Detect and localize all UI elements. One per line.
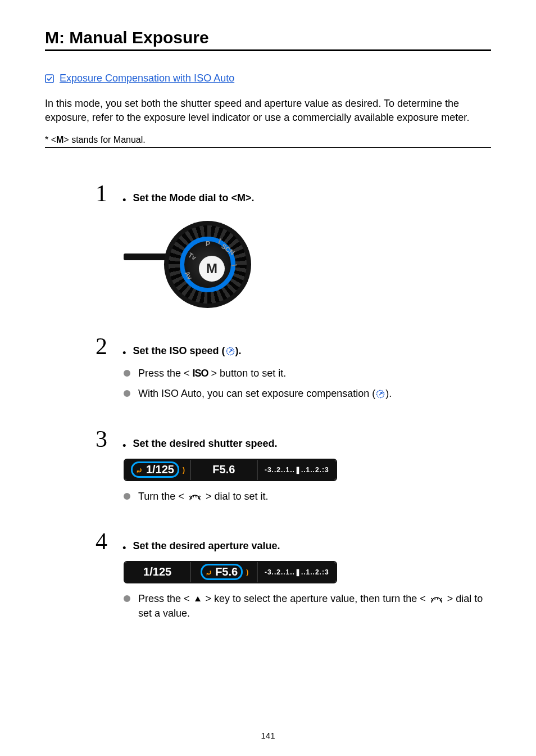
lcd-shutter-val: 1/125	[146, 463, 174, 476]
iso-icon: ISO	[193, 368, 208, 379]
s4b1-pre: Press the <	[138, 593, 193, 604]
up-key-icon	[194, 595, 202, 603]
exposure-comp-link[interactable]: Exposure Compensation with ISO Auto	[60, 73, 234, 84]
step-2-bullet-2: With ISO Auto, you can set exposure comp…	[124, 386, 491, 401]
s2b2-pre: With ISO Auto, you can set exposure comp…	[138, 388, 375, 399]
step-1-dot: .	[121, 182, 128, 205]
mode-dial-figure: M P SCN Av Tv	[124, 213, 253, 309]
page-title: M: Manual Exposure	[45, 28, 491, 51]
dial-tick-icon: )	[246, 568, 248, 576]
step-3-number: 3	[96, 427, 118, 451]
step-2-title: Set the ISO speed ().	[133, 345, 242, 357]
cross-ref-row: Exposure Compensation with ISO Auto	[45, 73, 491, 84]
intro-paragraph: In this mode, you set both the shutter s…	[45, 97, 491, 125]
step-1-title-pre: Set the Mode dial to <	[133, 192, 238, 203]
step-2-title-post: ).	[235, 345, 242, 356]
step-4-number: 4	[96, 529, 118, 553]
mode-dial-p: P	[206, 240, 210, 248]
step-2: 2. Set the ISO speed (). Press the < ISO…	[96, 334, 491, 401]
footnote-prefix: * <	[45, 135, 56, 144]
s2b1-pre: Press the <	[138, 368, 193, 379]
bullet-icon	[124, 370, 130, 377]
dial-tick-icon: )	[183, 466, 185, 474]
link-ref-icon	[45, 74, 54, 83]
s3b1-pre: Turn the <	[138, 491, 187, 502]
footnote-suffix: > stands for Manual.	[63, 135, 145, 144]
bullet-icon	[124, 595, 130, 602]
step-3-dot: .	[121, 427, 128, 451]
step-3: 3. Set the desired shutter speed. ⤾ 1/12…	[96, 427, 491, 504]
footnote-mode: M	[56, 135, 63, 144]
step-4: 4. Set the desired aperture value. 1/125…	[96, 529, 491, 621]
lcd-exposure-scale: -3..2..1..❚..1..2.:3	[258, 460, 337, 480]
s2b1-post: > button to set it.	[208, 368, 287, 379]
dial-arc-icon: ⤾	[136, 466, 143, 475]
svg-rect-0	[46, 75, 53, 83]
link-ref-icon[interactable]	[225, 346, 235, 356]
link-ref-icon[interactable]	[375, 389, 385, 399]
step-3-bullet-1: Turn the < > dial to set it.	[124, 489, 491, 504]
step-1-title-post: >.	[246, 192, 255, 203]
step-2-dot: .	[121, 334, 128, 358]
bullet-icon	[124, 493, 130, 500]
s2b2-post: ).	[385, 388, 392, 399]
lcd-aperture: F5.6	[191, 460, 257, 480]
step-2-bullet-1: Press the < ISO > button to set it.	[124, 366, 491, 381]
s4b1-mid: > key to select the aperture value, then…	[203, 593, 429, 604]
bullet-icon	[124, 390, 130, 397]
step-2-number: 2	[96, 334, 118, 358]
lcd-aperture-val: F5.6	[212, 463, 235, 476]
step-4-title: Set the desired aperture value.	[133, 540, 280, 552]
footnote: * <M> stands for Manual.	[45, 135, 491, 148]
step-4-dot: .	[121, 529, 128, 553]
step-1-title-mode: M	[237, 192, 246, 203]
page-number: 141	[0, 731, 536, 740]
lcd-strip-aperture: 1/125 ⤾ F5.6) -3..2..1..❚..1..2.:3	[124, 561, 337, 583]
step-2-title-pre: Set the ISO speed (	[133, 345, 225, 356]
step-3-title: Set the desired shutter speed.	[133, 438, 278, 450]
step-1-number: 1	[96, 182, 118, 205]
step-1-title: Set the Mode dial to <M>.	[133, 192, 255, 204]
s3b1-post: > dial to set it.	[203, 491, 269, 502]
main-dial-icon	[430, 594, 443, 604]
step-4-bullet-1: Press the < > key to select the aperture…	[124, 591, 491, 621]
lcd-aperture-highlighted: ⤾ F5.6)	[191, 562, 257, 582]
lcd-exposure-scale: -3..2..1..❚..1..2.:3	[258, 562, 337, 582]
main-dial-icon	[188, 492, 202, 502]
lcd-shutter-highlighted: ⤾ 1/125)	[125, 460, 191, 480]
lcd-aperture-val: F5.6	[215, 565, 238, 578]
lcd-shutter: 1/125	[125, 562, 191, 582]
lcd-strip-shutter: ⤾ 1/125) F5.6 -3..2..1..❚..1..2.:3	[124, 459, 337, 481]
step-1: 1. Set the Mode dial to <M>. M P SCN Av …	[96, 182, 491, 309]
dial-arc-icon: ⤾	[206, 568, 212, 577]
